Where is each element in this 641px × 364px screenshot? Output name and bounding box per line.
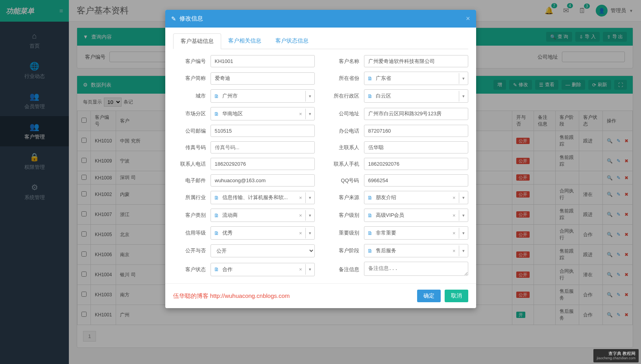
chevron-down-icon[interactable]: ▾ [459, 210, 468, 221]
select-level[interactable]: 🗎高级VIP会员×▾ [364, 209, 468, 222]
control-mobile [364, 158, 468, 170]
clear-icon[interactable]: × [296, 266, 305, 272]
clear-icon[interactable]: × [449, 230, 459, 236]
chevron-down-icon[interactable]: ▾ [459, 192, 468, 203]
select-value: 广东省 [376, 72, 459, 85]
form-row-contact: 主联系人 [327, 141, 468, 153]
chevron-down-icon[interactable]: ▾ [305, 264, 314, 275]
label-email: 电子邮件 [173, 177, 211, 184]
clear-icon[interactable]: × [449, 248, 459, 254]
input-short[interactable] [211, 72, 315, 85]
input-ctel[interactable] [211, 158, 315, 170]
clear-icon[interactable]: × [449, 195, 459, 201]
select-city[interactable]: 🗎广州市▾ [211, 89, 315, 103]
chevron-down-icon[interactable]: ▾ [305, 210, 314, 221]
control-industry: 🗎信息传输、计算机服务和软...×▾ [211, 191, 315, 204]
select-source[interactable]: 🗎朋友介绍×▾ [364, 191, 468, 204]
input-fax[interactable] [211, 141, 315, 153]
input-qq[interactable] [364, 174, 468, 187]
select-industry[interactable]: 🗎信息传输、计算机服务和软...×▾ [211, 191, 315, 204]
input-tel[interactable] [364, 125, 468, 137]
document-icon: 🗎 [364, 93, 376, 99]
select-stage[interactable]: 🗎售后服务×▾ [364, 244, 468, 257]
control-public: 公开 [211, 244, 315, 257]
form-row-credit: 信用等级🗎优秀×▾ [173, 226, 315, 240]
document-icon: 🗎 [211, 266, 222, 272]
chevron-down-icon[interactable]: ▾ [305, 91, 314, 102]
tab-related[interactable]: 客户相关信息 [221, 33, 268, 49]
select-value: 售后服务 [376, 244, 449, 257]
input-zip[interactable] [211, 125, 315, 137]
form-row-ctype: 客户类别🗎流动商×▾ [173, 209, 315, 222]
label-public: 公开与否 [173, 247, 211, 254]
modal-body: 客户基础信息 客户相关信息 客户状态信息 客户编号客户名称客户简称所在省份🗎广东… [165, 28, 476, 283]
chevron-down-icon[interactable]: ▾ [459, 228, 468, 238]
chevron-down-icon[interactable]: ▾ [459, 246, 468, 256]
cancel-button[interactable]: 取消 [445, 290, 468, 302]
input-address[interactable] [364, 108, 468, 120]
select-credit[interactable]: 🗎优秀×▾ [211, 226, 315, 240]
pencil-icon: ✎ [171, 15, 176, 22]
select-value: 朋友介绍 [376, 191, 449, 204]
input-email[interactable] [211, 174, 315, 187]
control-name [364, 55, 468, 67]
input-code[interactable] [211, 55, 315, 67]
label-important: 重要级别 [327, 229, 364, 237]
select-ctype[interactable]: 🗎流动商×▾ [211, 209, 315, 222]
select-public[interactable]: 公开 [211, 244, 315, 257]
document-icon: 🗎 [364, 230, 376, 236]
input-name[interactable] [364, 55, 468, 67]
clear-icon[interactable]: × [296, 195, 305, 201]
chevron-down-icon[interactable]: ▾ [459, 91, 468, 102]
tab-status[interactable]: 客户状态信息 [268, 33, 316, 49]
ok-button[interactable]: 确定 [417, 290, 441, 302]
close-icon[interactable]: × [466, 15, 470, 23]
label-source: 客户来源 [327, 194, 364, 201]
label-industry: 所属行业 [173, 194, 211, 201]
input-mobile[interactable] [364, 158, 468, 170]
control-source: 🗎朋友介绍×▾ [364, 191, 468, 204]
select-value: 高级VIP会员 [376, 209, 449, 222]
modal-overlay: ✎修改信息 × 客户基础信息 客户相关信息 客户状态信息 客户编号客户名称客户简… [0, 0, 641, 364]
label-remark: 备注信息 [327, 266, 364, 273]
chevron-down-icon[interactable]: ▾ [305, 228, 314, 238]
control-district: 🗎白云区▾ [364, 89, 468, 103]
tab-basic[interactable]: 客户基础信息 [173, 33, 221, 49]
clear-icon[interactable]: × [296, 212, 305, 218]
select-value: 华南地区 [222, 107, 296, 120]
control-contact [364, 141, 468, 153]
blog-link[interactable]: 伍华聪的博客 http://wuhuacong.cnblogs.com [173, 292, 290, 300]
form-grid: 客户编号客户名称客户简称所在省份🗎广东省▾城市🗎广州市▾所在行政区🗎白云区▾市场… [173, 55, 468, 281]
form-row-fax: 传真号码 [173, 141, 315, 153]
select-important[interactable]: 🗎非常重要×▾ [364, 226, 468, 240]
form-row-city: 城市🗎广州市▾ [173, 89, 315, 103]
label-short: 客户简称 [173, 75, 211, 82]
control-ctel [211, 158, 315, 170]
form-row-short: 客户简称 [173, 72, 315, 85]
textarea-remark[interactable] [364, 262, 468, 276]
form-row-code: 客户编号 [173, 55, 315, 67]
form-row-tel: 办公电话 [327, 125, 468, 137]
modal-footer: 伍华聪的博客 http://wuhuacong.cnblogs.com 确定 取… [165, 283, 476, 308]
clear-icon[interactable]: × [296, 111, 305, 117]
document-icon: 🗎 [211, 212, 222, 218]
document-icon: 🗎 [211, 93, 222, 99]
label-level: 客户级别 [327, 212, 364, 219]
control-province: 🗎广东省▾ [364, 72, 468, 85]
form-row-remark: 备注信息 [327, 262, 468, 277]
select-region[interactable]: 🗎华南地区×▾ [211, 107, 315, 120]
select-district[interactable]: 🗎白云区▾ [364, 89, 468, 103]
select-province[interactable]: 🗎广东省▾ [364, 72, 468, 85]
label-province: 所在省份 [327, 75, 364, 82]
form-row-qq: QQ号码 [327, 174, 468, 187]
chevron-down-icon[interactable]: ▾ [305, 109, 314, 119]
form-row-source: 客户来源🗎朋友介绍×▾ [327, 191, 468, 204]
label-mobile: 联系人手机 [327, 161, 364, 168]
clear-icon[interactable]: × [296, 230, 305, 236]
clear-icon[interactable]: × [449, 212, 459, 218]
input-contact[interactable] [364, 141, 468, 153]
select-cstatus[interactable]: 🗎合作×▾ [211, 263, 315, 276]
chevron-down-icon[interactable]: ▾ [459, 73, 468, 84]
control-email [211, 174, 315, 187]
chevron-down-icon[interactable]: ▾ [305, 192, 314, 203]
